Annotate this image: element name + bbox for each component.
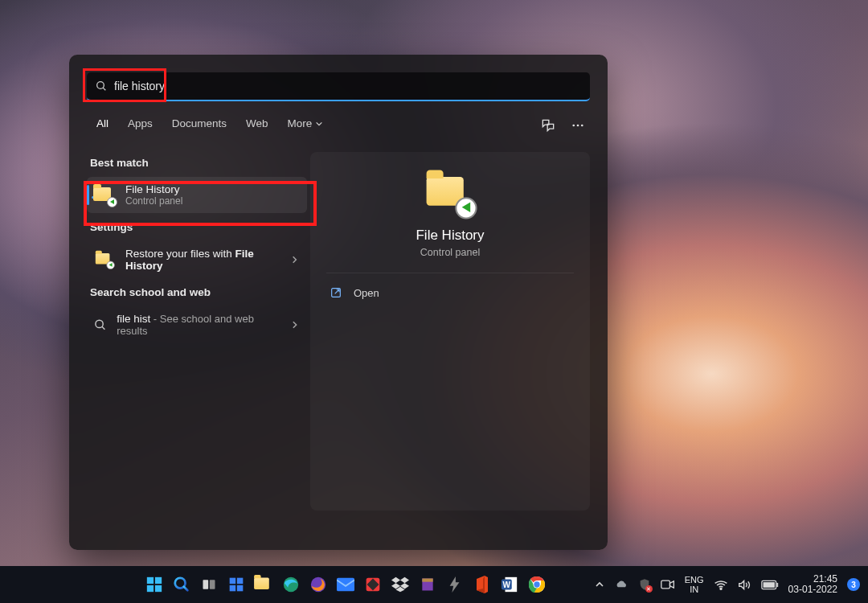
tray-chevron-up-icon[interactable]	[595, 580, 604, 589]
svg-rect-32	[661, 580, 670, 589]
tab-more-label: More	[288, 117, 313, 129]
svg-point-33	[720, 588, 722, 589]
svg-rect-8	[147, 577, 154, 584]
language-indicator[interactable]: ENG IN	[685, 575, 704, 594]
chrome-icon[interactable]	[526, 573, 548, 596]
svg-point-3	[577, 124, 579, 126]
more-icon[interactable]	[571, 118, 585, 133]
svg-rect-9	[155, 577, 162, 584]
file-history-icon	[96, 252, 113, 267]
widgets-button[interactable]	[225, 573, 248, 596]
results-list: Best match File History Control panel Se…	[69, 149, 310, 525]
explorer-icon[interactable]	[252, 573, 275, 596]
svg-rect-14	[203, 580, 209, 589]
start-search-panel: All Apps Documents Web More Best match F…	[69, 55, 608, 550]
filter-tabs: All Apps Documents Web More	[87, 113, 590, 137]
svg-point-4	[581, 124, 583, 126]
volume-icon[interactable]	[738, 579, 751, 591]
action-open[interactable]: Open	[326, 273, 574, 299]
svg-rect-22	[337, 578, 354, 592]
clock[interactable]: 21:45 03-01-2022	[788, 574, 837, 595]
clock-date: 03-01-2022	[788, 585, 837, 595]
open-icon	[330, 286, 342, 299]
svg-rect-19	[237, 585, 244, 592]
wifi-icon[interactable]	[714, 579, 728, 590]
svg-text:W: W	[503, 580, 511, 589]
result-title: File History	[125, 183, 182, 195]
task-view-button[interactable]	[198, 573, 220, 596]
action-open-label: Open	[354, 287, 379, 299]
svg-rect-35	[763, 582, 774, 588]
svg-rect-16	[230, 578, 236, 585]
security-warning-icon[interactable]: ✕	[638, 578, 651, 591]
result-title: Restore your files with File History	[125, 248, 280, 272]
desktop-wallpaper: All Apps Documents Web More Best match F…	[0, 0, 868, 603]
svg-rect-15	[210, 580, 215, 589]
dropbox-icon[interactable]	[389, 573, 411, 596]
chevron-right-icon	[290, 255, 299, 265]
search-box[interactable]	[87, 72, 590, 101]
todo-icon[interactable]	[362, 573, 384, 596]
group-best-match-label: Best match	[90, 157, 307, 169]
meet-now-icon[interactable]	[661, 579, 675, 590]
result-file-history[interactable]: File History Control panel	[87, 177, 307, 213]
tab-documents[interactable]: Documents	[162, 113, 236, 137]
word-icon[interactable]: W	[498, 573, 521, 596]
tab-apps[interactable]: Apps	[118, 113, 162, 137]
file-history-icon	[93, 186, 116, 205]
search-button[interactable]	[170, 573, 193, 596]
svg-line-1	[103, 88, 105, 90]
feedback-icon[interactable]	[540, 117, 556, 133]
svg-rect-36	[776, 582, 778, 586]
office-icon[interactable]	[471, 573, 493, 596]
search-input[interactable]	[108, 80, 582, 92]
tab-web[interactable]: Web	[236, 113, 278, 137]
result-term: file hist	[117, 313, 150, 325]
result-title: file hist - See school and web results	[117, 313, 280, 337]
taskbar-pinned-apps: W	[143, 573, 548, 596]
svg-point-31	[534, 581, 539, 587]
result-subtitle: Control panel	[125, 195, 182, 207]
start-button[interactable]	[143, 573, 166, 596]
svg-rect-17	[237, 578, 244, 585]
language-bottom: IN	[685, 585, 704, 594]
svg-line-6	[102, 326, 104, 329]
winrar-icon[interactable]	[416, 573, 439, 596]
lightning-icon[interactable]	[444, 573, 466, 596]
battery-icon[interactable]	[761, 580, 779, 590]
detail-pane: File History Control panel Open	[310, 152, 590, 511]
tab-all[interactable]: All	[87, 113, 118, 137]
group-settings-label: Settings	[90, 221, 307, 233]
taskbar: W ✕ ENG IN 21:45 0	[0, 566, 868, 603]
svg-point-5	[96, 320, 103, 327]
tab-more[interactable]: More	[278, 113, 334, 137]
result-prefix: Restore your files with	[125, 248, 235, 260]
mail-icon[interactable]	[334, 573, 357, 596]
search-icon	[95, 80, 108, 92]
search-icon	[93, 318, 107, 332]
svg-rect-10	[147, 585, 154, 592]
detail-subtitle: Control panel	[420, 247, 480, 258]
firefox-icon[interactable]	[307, 573, 330, 596]
system-tray: ✕ ENG IN 21:45 03-01-2022 3	[595, 574, 868, 595]
svg-point-0	[97, 82, 104, 89]
group-web-label: Search school and web	[90, 286, 307, 298]
chevron-down-icon	[315, 120, 323, 128]
result-restore-files[interactable]: Restore your files with File History	[87, 241, 307, 278]
detail-title: File History	[416, 228, 484, 244]
onedrive-icon[interactable]	[614, 579, 628, 590]
notification-badge[interactable]: 3	[847, 578, 860, 591]
edge-icon[interactable]	[280, 573, 302, 596]
svg-rect-18	[230, 585, 236, 592]
chevron-right-icon	[290, 320, 299, 330]
svg-point-2	[572, 124, 575, 126]
svg-line-13	[184, 587, 188, 591]
result-web-search[interactable]: file hist - See school and web results	[87, 306, 307, 343]
language-top: ENG	[685, 575, 704, 585]
svg-rect-11	[155, 585, 162, 592]
file-history-icon-large	[427, 174, 474, 214]
svg-rect-25	[422, 579, 432, 582]
